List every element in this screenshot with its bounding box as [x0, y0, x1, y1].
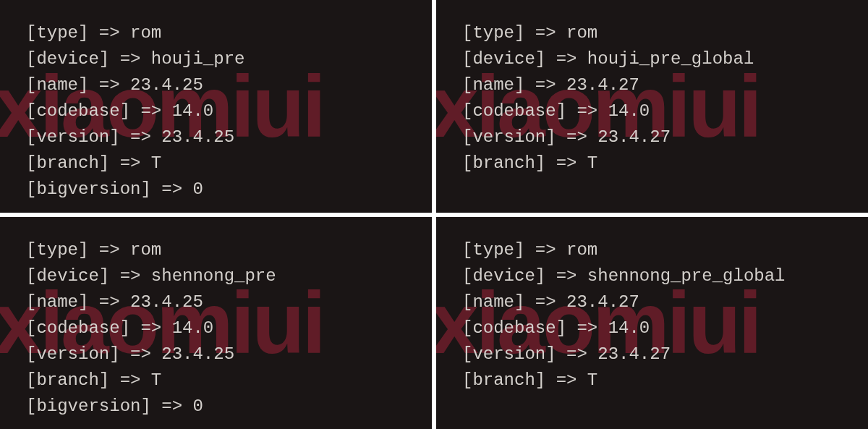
- entry-value: rom: [130, 240, 161, 260]
- terminal-line: [codebase] => 14.0: [26, 315, 406, 341]
- entry-key: version: [472, 344, 545, 364]
- entry-value: shennong_pre_global: [587, 266, 786, 286]
- entry-key: device: [36, 49, 98, 69]
- entry-key: branch: [472, 370, 535, 390]
- terminal-line: [device] => shennong_pre: [26, 263, 406, 289]
- entry-value: rom: [566, 240, 597, 260]
- entry-key: name: [472, 292, 514, 312]
- terminal-line: [name] => 23.4.27: [462, 289, 842, 315]
- terminal-line: [type] => rom: [26, 20, 406, 46]
- terminal-line: [codebase] => 14.0: [462, 315, 842, 341]
- terminal-line: [type] => rom: [26, 237, 406, 263]
- entry-key: version: [472, 127, 545, 147]
- entry-key: type: [36, 23, 78, 43]
- terminal-line: [type] => rom: [462, 20, 842, 46]
- entry-key: name: [36, 292, 78, 312]
- entry-key: branch: [472, 153, 535, 173]
- terminal-line: [codebase] => 14.0: [462, 98, 842, 124]
- terminal-line: [version] => 23.4.25: [26, 341, 406, 368]
- terminal-panel-2: xiaomiui [type] => rom[device] => shenno…: [0, 217, 432, 430]
- entry-value: rom: [130, 23, 161, 43]
- terminal-line: [branch] => T: [26, 368, 406, 394]
- terminal-line: [version] => 23.4.25: [26, 124, 406, 150]
- entry-value: 23.4.27: [566, 75, 639, 95]
- entry-value: 14.0: [608, 101, 650, 121]
- terminal-line: [branch] => T: [26, 150, 406, 177]
- entry-value: 0: [192, 396, 203, 416]
- terminal-lines-1: [type] => rom[device] => houji_pre_globa…: [462, 20, 842, 177]
- terminal-line: [bigversion] => 0: [26, 177, 406, 203]
- terminal-line: [branch] => T: [462, 150, 842, 177]
- terminal-panel-1: xiaomiui [type] => rom[device] => houji_…: [436, 0, 868, 213]
- entry-key: type: [36, 240, 78, 260]
- entry-value: T: [587, 370, 597, 390]
- entry-key: device: [472, 49, 535, 69]
- entry-key: device: [36, 266, 98, 286]
- entry-key: codebase: [36, 318, 119, 338]
- entry-value: 23.4.25: [130, 292, 203, 312]
- entry-key: version: [36, 344, 109, 364]
- entry-key: codebase: [472, 318, 556, 338]
- entry-key: type: [472, 240, 514, 260]
- entry-key: bigversion: [36, 179, 140, 199]
- entry-key: codebase: [472, 101, 556, 121]
- entry-value: 23.4.27: [597, 127, 671, 147]
- terminal-panel-0: xiaomiui [type] => rom[device] => houji_…: [0, 0, 432, 213]
- entry-value: 23.4.25: [161, 127, 234, 147]
- entry-value: T: [151, 153, 161, 173]
- entry-value: T: [587, 153, 597, 173]
- terminal-panel-3: xiaomiui [type] => rom[device] => shenno…: [436, 217, 868, 430]
- entry-value: 0: [192, 179, 203, 199]
- terminal-line: [type] => rom: [462, 237, 842, 263]
- entry-value: rom: [566, 23, 597, 43]
- entry-value: 14.0: [172, 318, 214, 338]
- entry-key: device: [472, 266, 535, 286]
- terminal-line: [device] => shennong_pre_global: [462, 263, 842, 289]
- entry-value: 23.4.25: [130, 75, 203, 95]
- entry-key: version: [36, 127, 109, 147]
- terminal-line: [name] => 23.4.25: [26, 72, 406, 98]
- terminal-line: [device] => houji_pre_global: [462, 46, 842, 72]
- terminal-line: [name] => 23.4.27: [462, 72, 842, 98]
- entry-value: T: [151, 370, 161, 390]
- terminal-line: [bigversion] => 0: [26, 394, 406, 420]
- entry-value: 23.4.25: [161, 344, 234, 364]
- entry-key: branch: [36, 153, 98, 173]
- terminal-lines-2: [type] => rom[device] => shennong_pre[na…: [26, 237, 406, 420]
- terminal-lines-0: [type] => rom[device] => houji_pre[name]…: [26, 20, 406, 203]
- entry-key: name: [36, 75, 78, 95]
- terminal-line: [version] => 23.4.27: [462, 341, 842, 368]
- entry-value: houji_pre: [151, 49, 245, 69]
- entry-value: houji_pre_global: [587, 49, 754, 69]
- entry-key: type: [472, 23, 514, 43]
- entry-value: shennong_pre: [151, 266, 276, 286]
- entry-value: 14.0: [172, 101, 214, 121]
- entry-key: bigversion: [36, 396, 140, 416]
- terminal-line: [codebase] => 14.0: [26, 98, 406, 124]
- entry-value: 23.4.27: [597, 344, 671, 364]
- entry-key: branch: [36, 370, 98, 390]
- terminal-lines-3: [type] => rom[device] => shennong_pre_gl…: [462, 237, 842, 394]
- entry-value: 23.4.27: [566, 292, 639, 312]
- entry-key: name: [472, 75, 514, 95]
- terminal-line: [device] => houji_pre: [26, 46, 406, 72]
- terminal-line: [branch] => T: [462, 368, 842, 394]
- entry-key: codebase: [36, 101, 119, 121]
- entry-value: 14.0: [608, 318, 650, 338]
- terminal-line: [name] => 23.4.25: [26, 289, 406, 315]
- terminal-line: [version] => 23.4.27: [462, 124, 842, 150]
